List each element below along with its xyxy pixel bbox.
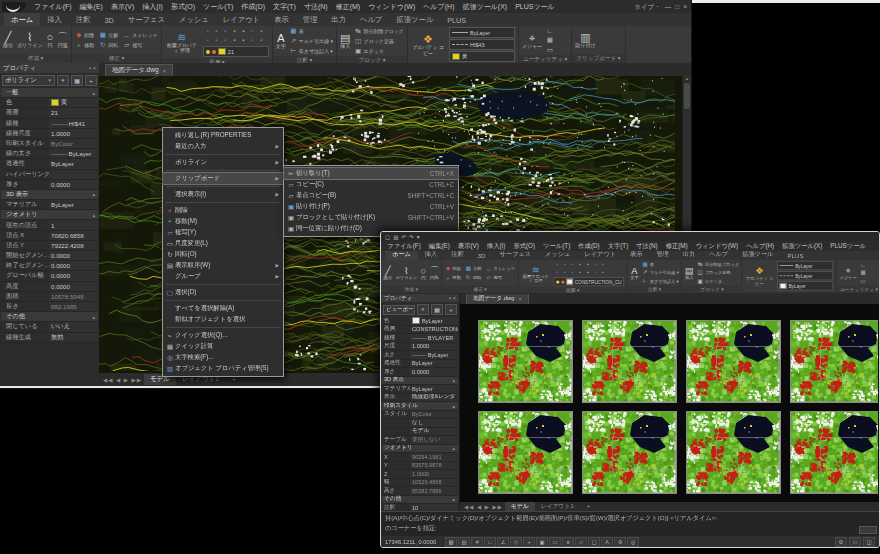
context-menu-item[interactable]: ▣貼り付け(P)CTRL+V xyxy=(284,201,458,212)
ribbon-button[interactable]: ○円 xyxy=(47,31,54,49)
menubar-item[interactable]: 挿入(I) xyxy=(138,2,167,12)
ribbon-tab[interactable]: PLUS xyxy=(780,251,810,260)
layer-tool-icon[interactable]: ▪ xyxy=(230,27,239,36)
property-value[interactable]: ByLayer xyxy=(49,159,98,168)
file-tab[interactable]: 地図データ.dwg × xyxy=(105,64,173,76)
property-value[interactable]: ByLayer xyxy=(410,385,458,393)
layer-tool-icon[interactable]: ▪ xyxy=(203,27,212,36)
context-menu-item[interactable]: ▱複写(Y) xyxy=(163,227,283,238)
property-value[interactable]: 1 xyxy=(49,220,98,229)
ribbon-button[interactable]: ◆削除 xyxy=(75,31,94,39)
property-value[interactable]: 0.0000 xyxy=(49,271,98,280)
layer-tool-icon[interactable]: ▪ xyxy=(203,36,212,45)
palette-section-header[interactable]: その他▴ xyxy=(1,312,98,322)
ribbon-button[interactable]: ≋画層プロパティ 管理 xyxy=(521,264,550,284)
property-value[interactable]: 黄 xyxy=(49,98,98,107)
layer-tool-icon[interactable]: ▪ xyxy=(592,261,600,269)
ribbon-button[interactable]: ⌒円弧 xyxy=(57,31,68,49)
property-value[interactable]: 0.0000 xyxy=(410,368,458,376)
ribbon-button[interactable]: ▤挿入 xyxy=(340,32,350,50)
property-value[interactable]: ———HI$41 xyxy=(49,119,98,128)
ribbon-tab[interactable]: 注釈 xyxy=(69,13,98,26)
ribbon-tab[interactable]: ヘルプ xyxy=(702,251,735,260)
property-value[interactable]: 使用しない xyxy=(410,436,458,444)
ribbon-button[interactable]: ▤挿入 xyxy=(685,265,694,280)
status-toggle-ortho[interactable]: ∟ xyxy=(484,537,496,547)
minimize-button[interactable]: — xyxy=(665,3,672,11)
layer-tool-icon[interactable]: ▪ xyxy=(584,261,592,269)
object-type-dropdown[interactable]: ポリライン ▼ xyxy=(2,75,55,86)
ribbon-button[interactable]: ▭ xyxy=(860,277,868,284)
property-value[interactable]: 0.0000 xyxy=(49,261,98,270)
menubar-item[interactable]: ウィンドウ(W) xyxy=(364,2,419,12)
property-value[interactable]: 10526.4868 xyxy=(410,479,458,487)
qat-icon[interactable]: ↷ xyxy=(409,234,414,240)
app-logo-icon[interactable] xyxy=(2,2,26,12)
property-dropdown[interactable]: ByLayer xyxy=(777,271,833,280)
command-line[interactable]: 持(A)/中心点(C)/ダイナミック(D)/オブジェクト範囲(E)/前画面(P)… xyxy=(381,511,879,536)
ribbon-button[interactable]: ⊢長さ寸法記入 ▾ xyxy=(290,47,333,55)
ribbon-button[interactable]: ⌇ポリライン xyxy=(17,31,43,49)
layout-nav-arrows[interactable]: ◀◀ ◀ ▶ ▶▶ xyxy=(464,504,503,510)
property-value[interactable]: 10 xyxy=(410,504,458,511)
ribbon-tab[interactable]: サーフェス xyxy=(493,251,539,260)
menubar-item[interactable]: ファイル(F) xyxy=(30,2,76,12)
layer-tool-icon[interactable]: ▪ xyxy=(576,269,584,277)
maximize-button[interactable]: □ xyxy=(675,3,679,11)
property-value[interactable]: 21 xyxy=(49,108,98,117)
ribbon-button[interactable]: ≋画層プロパティ 管理 xyxy=(165,31,199,54)
qat-icon[interactable]: ▢ xyxy=(385,234,390,240)
ribbon-tab[interactable]: PLUS xyxy=(440,14,473,26)
object-type-dropdown[interactable]: ビューポート ▼ xyxy=(383,305,415,315)
layer-tool-icon[interactable]: ▪ xyxy=(257,36,266,45)
ribbon-button[interactable]: ▱複写 xyxy=(486,274,502,281)
layer-tool-icon[interactable]: ▪ xyxy=(248,36,257,45)
property-value[interactable]: モデル xyxy=(410,428,458,436)
ribbon-tab[interactable]: メッシュ xyxy=(538,251,577,260)
property-value[interactable]: いいえ xyxy=(49,322,98,331)
layer-tool-icon[interactable]: ▪ xyxy=(576,261,584,269)
ribbon-panel-name[interactable]: 画層 ▾ xyxy=(519,287,627,294)
ribbon-panel-name[interactable]: 作成 ▾ xyxy=(0,54,71,63)
ribbon-button[interactable]: ↗マルチ引出線 ▾ xyxy=(642,269,679,276)
infocenter-label[interactable]: タイプ・ xyxy=(634,3,660,11)
ribbon-button[interactable]: ↻回転 xyxy=(99,41,118,49)
layout-nav-arrows[interactable]: ◀◀ ◀ ▶ ▶▶ xyxy=(103,377,142,383)
ribbon-button[interactable]: ○円 xyxy=(421,265,427,280)
menubar-item[interactable]: 寸法(N) xyxy=(300,2,332,12)
menubar-item[interactable]: 形式(O) xyxy=(167,2,199,12)
menubar-item[interactable]: 編集(E) xyxy=(76,2,107,12)
menubar-item[interactable]: 作成(D) xyxy=(237,2,269,12)
context-menu-item[interactable]: ◎文字検索(F)... xyxy=(163,352,283,363)
ribbon-tab[interactable]: レイアウト xyxy=(577,251,623,260)
property-value[interactable]: 79222.4208 xyxy=(49,241,98,250)
ribbon-button[interactable]: A文字 xyxy=(630,265,639,280)
ribbon-tab[interactable]: 管理 xyxy=(296,13,325,26)
menubar-item[interactable]: ツール(T) xyxy=(539,242,574,251)
property-value[interactable]: 85282.7886 xyxy=(410,487,458,495)
palette-section-header[interactable]: 3D 表示▴ xyxy=(1,190,98,200)
status-toggle-osnap[interactable]: ◇ xyxy=(510,537,522,547)
layer-tool-icon[interactable]: ▪ xyxy=(584,269,592,277)
ribbon-button[interactable]: ▱複写 xyxy=(123,41,142,49)
ribbon-button[interactable]: ⌇ポリライン xyxy=(395,265,417,280)
ribbon-button[interactable]: ↻回転 xyxy=(465,274,481,281)
property-value[interactable]: 83575.9878 xyxy=(410,462,458,470)
ribbon-tab[interactable]: 出力 xyxy=(676,251,702,260)
palette-select-button[interactable]: ⌖ xyxy=(417,304,429,315)
palette-section-header[interactable]: その他▴ xyxy=(382,496,458,505)
property-value[interactable]: 1.0000 xyxy=(410,470,458,478)
menubar-item[interactable]: 表示(V) xyxy=(107,2,138,12)
context-menu-item[interactable]: +移動(M) xyxy=(163,216,283,227)
property-value[interactable]: 無効 xyxy=(49,333,98,342)
property-value[interactable]: ByLayer xyxy=(410,317,458,325)
ribbon-panel-name[interactable]: ブロック ▾ xyxy=(682,286,741,294)
ribbon-button[interactable]: ▣エディタ xyxy=(355,47,404,55)
context-menu-item[interactable]: ▱基点コピー(B)SHIFT+CTRL+C xyxy=(284,190,458,201)
menubar-item[interactable]: PLUSツール xyxy=(511,2,559,12)
context-menu-item[interactable]: 繰り返し(R) PROPERTIES xyxy=(163,130,283,141)
palette-select-button[interactable]: ▦ xyxy=(71,75,83,86)
ribbon-button[interactable]: ╱線分 xyxy=(3,31,13,49)
property-value[interactable]: 1.0000 xyxy=(410,343,458,351)
context-menu-item[interactable]: ▭尺度変更(L) xyxy=(163,238,283,249)
